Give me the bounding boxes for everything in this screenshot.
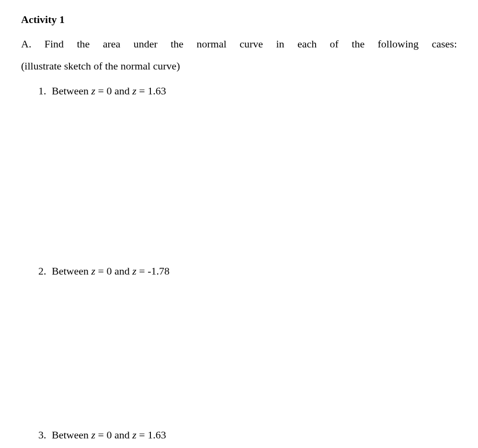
sub-instruction-text: (illustrate sketch of the normal curve) [21, 57, 457, 76]
text-eq: = 1.63 [137, 85, 166, 97]
variable-z: z [91, 265, 95, 277]
variable-z: z [132, 429, 137, 441]
item-number: 2. [38, 262, 52, 280]
activity-title: Activity 1 [21, 13, 457, 26]
text-eq: = 0 and [95, 85, 132, 97]
text-eq: = 0 and [95, 265, 132, 277]
text-eq: = 0 and [95, 429, 132, 441]
list-item-2: 2. Between z = 0 and z = -1.78 [38, 262, 457, 280]
item-text: Between z = 0 and z = -1.78 [52, 262, 457, 280]
text-eq: = 1.63 [137, 429, 166, 441]
variable-z: z [132, 85, 137, 97]
text-prefix: Between [52, 265, 91, 277]
item-text: Between z = 0 and z = 1.63 [52, 82, 457, 100]
instruction-text: A. Find the area under the normal curve … [21, 34, 457, 54]
text-eq: = -1.78 [137, 265, 170, 277]
item-text: Between z = 0 and z = 1.63 [52, 426, 457, 444]
text-prefix: Between [52, 429, 91, 441]
problem-list: 1. Between z = 0 and z = 1.63 2. Between… [21, 82, 457, 444]
variable-z: z [91, 85, 95, 97]
variable-z: z [132, 265, 137, 277]
item-number: 3. [38, 426, 52, 444]
list-item-3: 3. Between z = 0 and z = 1.63 [38, 426, 457, 444]
item-number: 1. [38, 82, 52, 100]
text-prefix: Between [52, 85, 91, 97]
list-item-1: 1. Between z = 0 and z = 1.63 [38, 82, 457, 100]
variable-z: z [91, 429, 95, 441]
